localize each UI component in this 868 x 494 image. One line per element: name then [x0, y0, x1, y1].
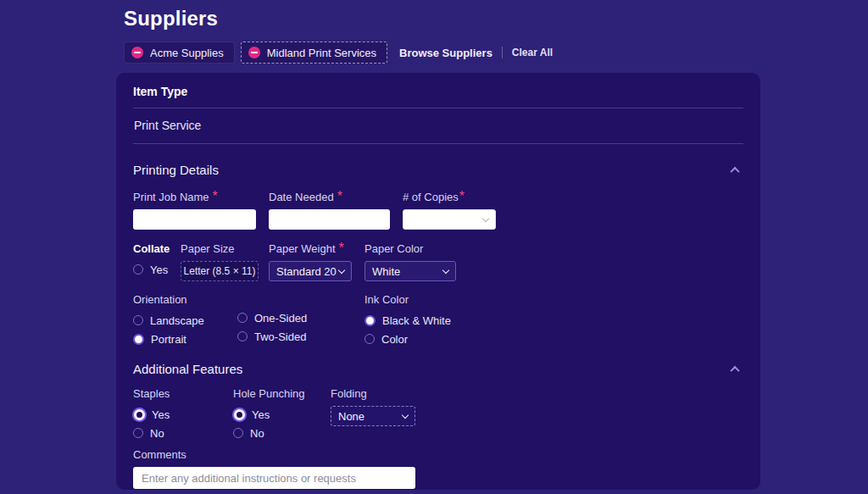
orientation-field: Orientation Landscape Portrait [133, 291, 237, 347]
paper-weight-select[interactable]: Standard 20 [269, 261, 352, 281]
orientation-landscape-radio[interactable]: Landscape [133, 313, 237, 328]
chevron-down-icon [338, 267, 345, 274]
chevron-down-icon [482, 215, 489, 222]
comments-label: Comments [133, 448, 186, 461]
date-needed-label: Date Needed [269, 191, 334, 203]
radio-icon [133, 428, 143, 438]
radio-icon [364, 334, 375, 344]
ink-color-field: Ink Color Black & White Color [364, 291, 451, 347]
paper-weight-select-value: Standard 20 [276, 265, 337, 278]
folding-select[interactable]: None [331, 406, 415, 426]
folding-select-value: None [338, 410, 364, 423]
hole-punching-label: Hole Punching [233, 387, 305, 400]
ink-black-white-label: Black & White [382, 314, 451, 327]
collate-yes-radio[interactable]: Yes [133, 262, 181, 277]
staples-no-radio[interactable]: No [133, 425, 233, 441]
additional-row: Staples Yes No Hole Punching [133, 386, 743, 441]
one-sided-radio[interactable]: One-Sided [237, 310, 364, 325]
required-asterisk: * [337, 189, 342, 203]
hole-punching-no-radio[interactable]: No [233, 425, 331, 441]
staples-no-label: No [150, 427, 164, 440]
date-needed-field: Date Needed* [269, 189, 403, 230]
item-type-value: Print Service [133, 108, 743, 143]
radio-icon [133, 264, 143, 275]
ink-color-label: Ink Color [364, 293, 409, 306]
additional-features-header: Additional Features [133, 359, 743, 379]
page-header: Suppliers Acme Supplies Midland Print Se… [0, 0, 868, 64]
radio-icon [233, 428, 243, 438]
browse-suppliers-link[interactable]: Browse Suppliers [399, 47, 492, 59]
two-sided-radio[interactable]: Two-Sided [237, 329, 364, 344]
folding-field: Folding None [331, 386, 415, 441]
remove-supplier-icon[interactable] [131, 47, 143, 58]
sides-field: One-Sided Two-Sided [237, 291, 364, 347]
staples-field: Staples Yes No [133, 386, 233, 441]
two-sided-label: Two-Sided [254, 330, 306, 343]
paper-weight-label: Paper Weight [269, 242, 336, 255]
hole-punching-yes-label: Yes [252, 408, 270, 421]
paper-size-value-box[interactable]: Letter (8.5 × 11) [181, 261, 259, 281]
radio-checked-icon [364, 315, 376, 326]
paper-color-field: Paper Color White [364, 241, 466, 281]
print-job-name-input[interactable] [133, 209, 256, 230]
paper-size-label: Paper Size [181, 242, 235, 255]
staples-yes-radio[interactable]: Yes [133, 407, 233, 422]
chevron-up-icon [730, 366, 739, 375]
comments-input[interactable] [133, 467, 415, 489]
hole-punching-yes-radio[interactable]: Yes [233, 407, 331, 422]
ink-color-option-radio[interactable]: Color [364, 331, 451, 347]
radio-icon [237, 313, 248, 323]
copies-select[interactable] [403, 209, 496, 230]
radio-icon [237, 331, 248, 341]
supplier-chip-label: Midland Print Services [267, 47, 376, 59]
supplier-chip-row: Acme Supplies Midland Print Services Bro… [124, 42, 868, 64]
print-job-name-field: Print Job Name* [133, 189, 269, 230]
chevron-down-icon [442, 267, 449, 274]
radio-icon [133, 315, 143, 325]
hole-punching-no-label: No [250, 427, 264, 440]
spacer [237, 291, 364, 304]
collapse-additional-features-button[interactable] [726, 359, 743, 379]
copies-label: # of Copies [403, 191, 459, 203]
one-sided-label: One-Sided [254, 312, 307, 325]
suppliers-page: Suppliers Acme Supplies Midland Print Se… [0, 0, 868, 494]
radio-checked-icon [234, 409, 245, 420]
date-needed-input[interactable] [269, 209, 390, 230]
hole-punching-field: Hole Punching Yes No [233, 386, 331, 441]
orientation-landscape-label: Landscape [150, 314, 204, 327]
copies-field: # of Copies* [403, 189, 496, 230]
item-type-heading: Item Type [133, 85, 743, 108]
printing-row-3: Orientation Landscape Portrait [133, 291, 743, 347]
order-form-card: Item Type Print Service Printing Details… [116, 73, 760, 490]
print-job-name-label: Print Job Name [133, 191, 209, 203]
ink-black-white-radio[interactable]: Black & White [364, 313, 451, 328]
paper-color-select[interactable]: White [364, 261, 456, 281]
orientation-label: Orientation [133, 293, 187, 306]
collate-field: Collate Yes [133, 241, 181, 281]
chevron-up-icon [730, 167, 739, 176]
supplier-chip-midland[interactable]: Midland Print Services [241, 42, 387, 64]
collate-yes-label: Yes [150, 264, 168, 276]
printing-row-1: Print Job Name* Date Needed* # of Copies… [133, 189, 743, 230]
radio-checked-icon [134, 409, 145, 420]
comments-field: Comments [133, 447, 743, 489]
remove-supplier-icon[interactable] [248, 47, 260, 58]
staples-label: Staples [133, 387, 170, 400]
required-asterisk: * [339, 241, 344, 255]
paper-color-label: Paper Color [364, 242, 423, 255]
staples-yes-label: Yes [152, 408, 170, 421]
orientation-portrait-radio[interactable]: Portrait [133, 331, 237, 347]
chevron-down-icon [402, 412, 409, 419]
supplier-chip-acme[interactable]: Acme Supplies [124, 42, 235, 64]
printing-details-title: Printing Details [133, 163, 219, 177]
page-title: Suppliers [124, 7, 868, 31]
clear-all-link[interactable]: Clear All [512, 47, 553, 58]
collate-label: Collate [133, 242, 170, 255]
collapse-printing-details-button[interactable] [726, 160, 743, 180]
additional-features-title: Additional Features [133, 362, 242, 376]
supplier-chip-label: Acme Supplies [150, 47, 224, 59]
divider [133, 143, 743, 144]
folding-label: Folding [331, 387, 367, 400]
required-asterisk: * [213, 189, 218, 203]
ink-color-option-label: Color [381, 333, 408, 346]
